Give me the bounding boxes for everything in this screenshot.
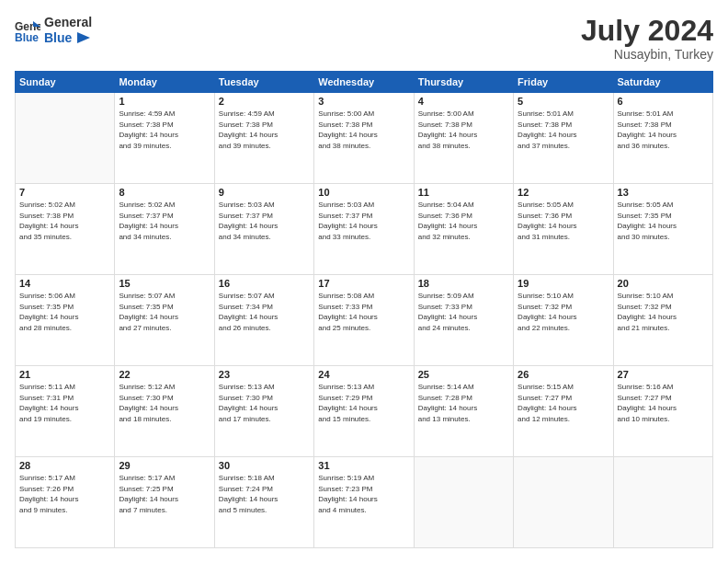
day-info: Sunrise: 4:59 AM Sunset: 7:38 PM Dayligh… <box>119 109 210 151</box>
calendar-cell: 1Sunrise: 4:59 AM Sunset: 7:38 PM Daylig… <box>115 93 214 184</box>
calendar-header-row: SundayMondayTuesdayWednesdayThursdayFrid… <box>16 72 713 93</box>
day-number: 27 <box>618 369 709 380</box>
day-info: Sunrise: 5:15 AM Sunset: 7:27 PM Dayligh… <box>518 382 609 424</box>
day-info: Sunrise: 5:11 AM Sunset: 7:31 PM Dayligh… <box>19 382 110 424</box>
logo-general: General <box>44 15 92 30</box>
day-info: Sunrise: 5:05 AM Sunset: 7:35 PM Dayligh… <box>618 200 709 242</box>
logo-triangle-icon <box>74 31 90 44</box>
day-number: 21 <box>19 369 110 380</box>
calendar-cell: 20Sunrise: 5:10 AM Sunset: 7:32 PM Dayli… <box>613 275 712 366</box>
calendar-cell: 16Sunrise: 5:07 AM Sunset: 7:34 PM Dayli… <box>214 275 313 366</box>
day-number: 24 <box>318 369 409 380</box>
calendar-weekday-monday: Monday <box>115 72 214 93</box>
day-number: 15 <box>119 278 210 289</box>
day-number: 14 <box>19 278 110 289</box>
day-info: Sunrise: 5:07 AM Sunset: 7:34 PM Dayligh… <box>219 291 310 333</box>
calendar-cell: 9Sunrise: 5:03 AM Sunset: 7:37 PM Daylig… <box>214 184 313 275</box>
day-info: Sunrise: 5:14 AM Sunset: 7:28 PM Dayligh… <box>418 382 509 424</box>
day-number: 26 <box>518 369 609 380</box>
calendar-weekday-friday: Friday <box>514 72 613 93</box>
calendar-cell: 12Sunrise: 5:05 AM Sunset: 7:36 PM Dayli… <box>514 184 613 275</box>
calendar-weekday-wednesday: Wednesday <box>314 72 414 93</box>
day-info: Sunrise: 5:06 AM Sunset: 7:35 PM Dayligh… <box>19 291 110 333</box>
calendar-cell: 28Sunrise: 5:17 AM Sunset: 7:26 PM Dayli… <box>16 457 115 548</box>
calendar-week-4: 21Sunrise: 5:11 AM Sunset: 7:31 PM Dayli… <box>16 366 713 457</box>
calendar-cell: 11Sunrise: 5:04 AM Sunset: 7:36 PM Dayli… <box>414 184 513 275</box>
svg-marker-3 <box>77 32 90 43</box>
day-number: 17 <box>318 278 409 289</box>
calendar-cell: 5Sunrise: 5:01 AM Sunset: 7:38 PM Daylig… <box>514 93 613 184</box>
calendar-week-1: 1Sunrise: 4:59 AM Sunset: 7:38 PM Daylig… <box>16 93 713 184</box>
day-number: 30 <box>219 460 310 471</box>
calendar-cell: 17Sunrise: 5:08 AM Sunset: 7:33 PM Dayli… <box>314 275 414 366</box>
calendar-week-2: 7Sunrise: 5:02 AM Sunset: 7:38 PM Daylig… <box>16 184 713 275</box>
calendar-cell: 3Sunrise: 5:00 AM Sunset: 7:38 PM Daylig… <box>314 93 414 184</box>
day-info: Sunrise: 5:13 AM Sunset: 7:30 PM Dayligh… <box>219 382 310 424</box>
day-info: Sunrise: 5:12 AM Sunset: 7:30 PM Dayligh… <box>119 382 210 424</box>
day-number: 1 <box>119 96 210 107</box>
title-block: July 2024 Nusaybin, Turkey <box>581 15 713 62</box>
day-info: Sunrise: 5:03 AM Sunset: 7:37 PM Dayligh… <box>318 200 409 242</box>
calendar-week-3: 14Sunrise: 5:06 AM Sunset: 7:35 PM Dayli… <box>16 275 713 366</box>
calendar-cell: 18Sunrise: 5:09 AM Sunset: 7:33 PM Dayli… <box>414 275 513 366</box>
calendar-cell: 8Sunrise: 5:02 AM Sunset: 7:37 PM Daylig… <box>115 184 214 275</box>
day-number: 23 <box>219 369 310 380</box>
calendar-cell: 26Sunrise: 5:15 AM Sunset: 7:27 PM Dayli… <box>514 366 613 457</box>
day-info: Sunrise: 5:17 AM Sunset: 7:26 PM Dayligh… <box>19 473 110 515</box>
calendar-cell: 27Sunrise: 5:16 AM Sunset: 7:27 PM Dayli… <box>613 366 712 457</box>
calendar-cell: 6Sunrise: 5:01 AM Sunset: 7:38 PM Daylig… <box>613 93 712 184</box>
calendar-cell: 31Sunrise: 5:19 AM Sunset: 7:23 PM Dayli… <box>314 457 414 548</box>
day-info: Sunrise: 5:02 AM Sunset: 7:38 PM Dayligh… <box>19 200 110 242</box>
calendar-cell: 25Sunrise: 5:14 AM Sunset: 7:28 PM Dayli… <box>414 366 513 457</box>
calendar-weekday-saturday: Saturday <box>613 72 712 93</box>
day-number: 16 <box>219 278 310 289</box>
calendar-cell: 14Sunrise: 5:06 AM Sunset: 7:35 PM Dayli… <box>16 275 115 366</box>
day-number: 4 <box>418 96 509 107</box>
day-info: Sunrise: 5:04 AM Sunset: 7:36 PM Dayligh… <box>418 200 509 242</box>
calendar-cell: 7Sunrise: 5:02 AM Sunset: 7:38 PM Daylig… <box>16 184 115 275</box>
day-number: 7 <box>19 187 110 198</box>
calendar-weekday-tuesday: Tuesday <box>214 72 313 93</box>
calendar-cell: 13Sunrise: 5:05 AM Sunset: 7:35 PM Dayli… <box>613 184 712 275</box>
day-number: 8 <box>119 187 210 198</box>
day-info: Sunrise: 5:07 AM Sunset: 7:35 PM Dayligh… <box>119 291 210 333</box>
day-info: Sunrise: 5:18 AM Sunset: 7:24 PM Dayligh… <box>219 473 310 515</box>
calendar-weekday-thursday: Thursday <box>414 72 513 93</box>
day-number: 31 <box>318 460 409 471</box>
svg-text:Blue: Blue <box>15 31 39 43</box>
day-number: 20 <box>618 278 709 289</box>
calendar-cell: 4Sunrise: 5:00 AM Sunset: 7:38 PM Daylig… <box>414 93 513 184</box>
title-location: Nusaybin, Turkey <box>581 47 713 62</box>
day-info: Sunrise: 5:09 AM Sunset: 7:33 PM Dayligh… <box>418 291 509 333</box>
calendar-cell <box>414 457 513 548</box>
day-info: Sunrise: 4:59 AM Sunset: 7:38 PM Dayligh… <box>219 109 310 151</box>
calendar-week-5: 28Sunrise: 5:17 AM Sunset: 7:26 PM Dayli… <box>16 457 713 548</box>
day-number: 28 <box>19 460 110 471</box>
day-number: 12 <box>518 187 609 198</box>
day-info: Sunrise: 5:10 AM Sunset: 7:32 PM Dayligh… <box>518 291 609 333</box>
day-info: Sunrise: 5:03 AM Sunset: 7:37 PM Dayligh… <box>219 200 310 242</box>
day-info: Sunrise: 5:05 AM Sunset: 7:36 PM Dayligh… <box>518 200 609 242</box>
calendar-cell <box>514 457 613 548</box>
day-number: 3 <box>318 96 409 107</box>
calendar-cell: 21Sunrise: 5:11 AM Sunset: 7:31 PM Dayli… <box>16 366 115 457</box>
day-info: Sunrise: 5:00 AM Sunset: 7:38 PM Dayligh… <box>318 109 409 151</box>
day-number: 2 <box>219 96 310 107</box>
day-number: 9 <box>219 187 310 198</box>
calendar-cell: 2Sunrise: 4:59 AM Sunset: 7:38 PM Daylig… <box>214 93 313 184</box>
calendar-cell <box>16 93 115 184</box>
day-number: 6 <box>618 96 709 107</box>
day-info: Sunrise: 5:10 AM Sunset: 7:32 PM Dayligh… <box>618 291 709 333</box>
calendar-cell <box>613 457 712 548</box>
logo: General Blue General Blue <box>15 15 92 46</box>
calendar-cell: 22Sunrise: 5:12 AM Sunset: 7:30 PM Dayli… <box>115 366 214 457</box>
calendar-cell: 24Sunrise: 5:13 AM Sunset: 7:29 PM Dayli… <box>314 366 414 457</box>
page: General Blue General Blue July 2024 Nusa… <box>0 0 728 563</box>
day-info: Sunrise: 5:01 AM Sunset: 7:38 PM Dayligh… <box>518 109 609 151</box>
day-number: 29 <box>119 460 210 471</box>
header: General Blue General Blue July 2024 Nusa… <box>15 15 713 62</box>
day-number: 5 <box>518 96 609 107</box>
calendar-cell: 29Sunrise: 5:17 AM Sunset: 7:25 PM Dayli… <box>115 457 214 548</box>
calendar-cell: 10Sunrise: 5:03 AM Sunset: 7:37 PM Dayli… <box>314 184 414 275</box>
day-info: Sunrise: 5:19 AM Sunset: 7:23 PM Dayligh… <box>318 473 409 515</box>
